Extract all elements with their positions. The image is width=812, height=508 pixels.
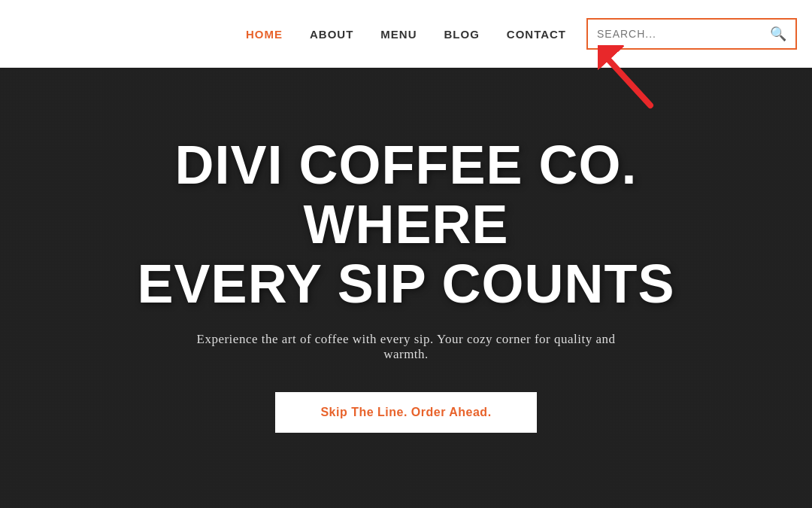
hero-section: DIVI COFFEE CO. WHERE EVERY SIP COUNTS E… <box>0 0 812 508</box>
svg-line-1 <box>609 60 650 105</box>
search-button[interactable]: 🔍 <box>770 26 786 42</box>
search-input[interactable] <box>597 28 770 40</box>
nav-about[interactable]: ABOUT <box>310 28 353 41</box>
main-nav: HOME ABOUT MENU BLOG CONTACT <box>246 28 566 41</box>
hero-title: DIVI COFFEE CO. WHERE EVERY SIP COUNTS <box>68 135 744 315</box>
hero-cta-label: Skip The Line. Order Ahead. <box>320 406 491 418</box>
search-icon: 🔍 <box>770 26 786 42</box>
hero-subtitle: Experience the art of coffee with every … <box>180 332 632 362</box>
nav-blog[interactable]: BLOG <box>444 28 479 41</box>
hero-cta-button[interactable]: Skip The Line. Order Ahead. <box>275 392 536 433</box>
annotation-arrow <box>598 45 673 113</box>
nav-contact[interactable]: CONTACT <box>507 28 566 41</box>
site-header: HOME ABOUT MENU BLOG CONTACT 🔍 <box>0 0 812 68</box>
hero-content: DIVI COFFEE CO. WHERE EVERY SIP COUNTS E… <box>0 0 812 508</box>
nav-menu[interactable]: MENU <box>380 28 417 41</box>
nav-home[interactable]: HOME <box>246 28 283 41</box>
